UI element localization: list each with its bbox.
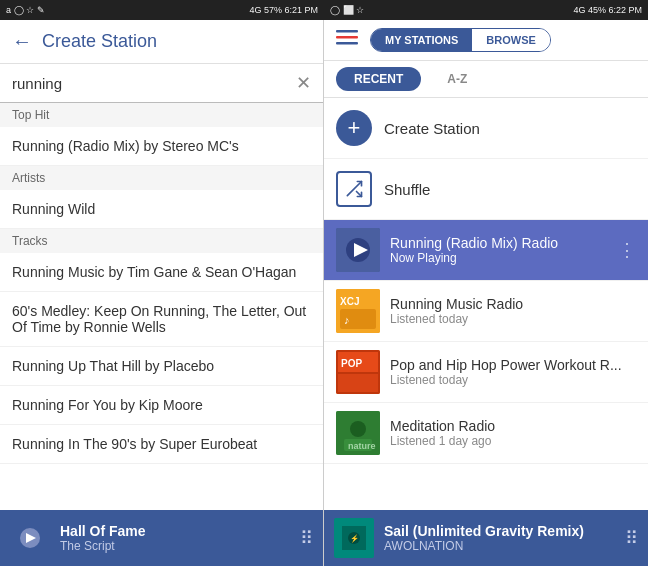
menu-icon[interactable]	[336, 30, 358, 51]
now-playing-bar-right[interactable]: ⚡ Sail (Unlimited Gravity Remix) AWOLNAT…	[324, 510, 648, 566]
tab-browse[interactable]: BROWSE	[472, 29, 550, 51]
svg-point-18	[350, 421, 366, 437]
svg-text:♪: ♪	[344, 314, 350, 326]
right-status-bar: ◯ ⬜ ☆ 4G 45% 6:22 PM	[324, 0, 648, 20]
right-status-right: 4G 45% 6:22 PM	[573, 5, 642, 15]
now-playing-artist-right: AWOLNATION	[384, 539, 615, 553]
station-info-running-music: Running Music Radio Listened today	[390, 296, 636, 326]
station-info-pop-hiphop: Pop and Hip Hop Power Workout R... Liste…	[390, 357, 636, 387]
svg-text:nature: nature	[348, 441, 376, 451]
left-status-icons: a ◯ ☆ ✎	[6, 5, 45, 15]
station-info-meditation: Meditation Radio Listened 1 day ago	[390, 418, 636, 448]
search-item[interactable]: Running In The 90's by Super Eurobeat	[0, 425, 323, 464]
station-item-meditation[interactable]: nature Meditation Radio Listened 1 day a…	[324, 403, 648, 464]
station-name-running: Running (Radio Mix) Radio	[390, 235, 608, 251]
svg-rect-1	[336, 30, 358, 33]
now-playing-title-left: Hall Of Fame	[60, 523, 290, 539]
right-header: MY STATIONS BROWSE	[324, 20, 648, 61]
create-station-icon: +	[336, 110, 372, 146]
station-name-meditation: Meditation Radio	[390, 418, 636, 434]
search-results: Top Hit Running (Radio Mix) by Stereo MC…	[0, 103, 323, 510]
create-station-action[interactable]: + Create Station	[324, 98, 648, 159]
station-item-running-radio[interactable]: Running (Radio Mix) Radio Now Playing ⋮	[324, 220, 648, 281]
station-sub-pop-hiphop: Listened today	[390, 373, 636, 387]
shuffle-icon	[336, 171, 372, 207]
station-sub-meditation: Listened 1 day ago	[390, 434, 636, 448]
more-icon-running[interactable]: ⋮	[618, 239, 636, 261]
section-header-artists: Artists	[0, 166, 323, 190]
svg-text:XCJ: XCJ	[340, 296, 359, 307]
svg-text:⚡: ⚡	[350, 534, 359, 543]
now-playing-info-left: Hall Of Fame The Script	[60, 523, 290, 553]
now-playing-info-right: Sail (Unlimited Gravity Remix) AWOLNATIO…	[384, 523, 615, 553]
now-playing-thumb-left	[10, 518, 50, 558]
svg-rect-2	[336, 36, 358, 39]
filter-recent[interactable]: RECENT	[336, 67, 421, 91]
back-button[interactable]: ←	[12, 30, 32, 53]
tab-my-stations[interactable]: MY STATIONS	[371, 29, 472, 51]
clear-icon[interactable]: ✕	[296, 72, 311, 94]
left-panel-title: Create Station	[42, 31, 157, 52]
filter-row: RECENT A-Z	[324, 61, 648, 98]
left-status-right: 4G 57% 6:21 PM	[249, 5, 318, 15]
equalizer-icon-left: ⠿	[300, 527, 313, 549]
right-status-icons: ◯ ⬜ ☆	[330, 5, 364, 15]
station-name-running-music: Running Music Radio	[390, 296, 636, 312]
station-thumb-pop-hiphop: POP	[336, 350, 380, 394]
section-header-tracks: Tracks	[0, 229, 323, 253]
svg-text:POP: POP	[341, 358, 362, 369]
now-playing-title-right: Sail (Unlimited Gravity Remix)	[384, 523, 615, 539]
search-item[interactable]: Running For You by Kip Moore	[0, 386, 323, 425]
section-header-top-hit: Top Hit	[0, 103, 323, 127]
left-status-bar: a ◯ ☆ ✎ 4G 57% 6:21 PM	[0, 0, 324, 20]
search-item[interactable]: Running Wild	[0, 190, 323, 229]
right-panel: MY STATIONS BROWSE RECENT A-Z + Create S…	[324, 20, 648, 566]
station-name-pop-hiphop: Pop and Hip Hop Power Workout R...	[390, 357, 636, 373]
search-item[interactable]: 60's Medley: Keep On Running, The Letter…	[0, 292, 323, 347]
search-input[interactable]	[12, 75, 296, 92]
station-thumb-meditation: nature	[336, 411, 380, 455]
now-playing-bar-left[interactable]: Hall Of Fame The Script ⠿	[0, 510, 323, 566]
station-list: + Create Station Shuffle	[324, 98, 648, 510]
tab-group: MY STATIONS BROWSE	[370, 28, 551, 52]
now-playing-artist-left: The Script	[60, 539, 290, 553]
search-item[interactable]: Running Music by Tim Gane & Sean O'Hagan	[0, 253, 323, 292]
station-thumb-running-music: XCJ ♪	[336, 289, 380, 333]
station-item-running-music[interactable]: XCJ ♪ Running Music Radio Listened today	[324, 281, 648, 342]
search-bar: ✕	[0, 64, 323, 103]
filter-az[interactable]: A-Z	[429, 67, 485, 91]
left-header: ← Create Station	[0, 20, 323, 64]
svg-rect-3	[336, 42, 358, 45]
equalizer-icon-right: ⠿	[625, 527, 638, 549]
svg-rect-16	[338, 374, 378, 392]
shuffle-action[interactable]: Shuffle	[324, 159, 648, 220]
station-item-pop-hiphop[interactable]: POP Pop and Hip Hop Power Workout R... L…	[324, 342, 648, 403]
create-station-label: Create Station	[384, 120, 480, 137]
station-sub-running: Now Playing	[390, 251, 608, 265]
station-thumb-running	[336, 228, 380, 272]
shuffle-label: Shuffle	[384, 181, 430, 198]
now-playing-thumb-right: ⚡	[334, 518, 374, 558]
search-item[interactable]: Running (Radio Mix) by Stereo MC's	[0, 127, 323, 166]
station-info-running: Running (Radio Mix) Radio Now Playing	[390, 235, 608, 265]
search-item-running-up-that-hill[interactable]: Running Up That Hill by Placebo	[0, 347, 323, 386]
station-sub-running-music: Listened today	[390, 312, 636, 326]
left-panel: ← Create Station ✕ Top Hit Running (Radi…	[0, 20, 324, 566]
